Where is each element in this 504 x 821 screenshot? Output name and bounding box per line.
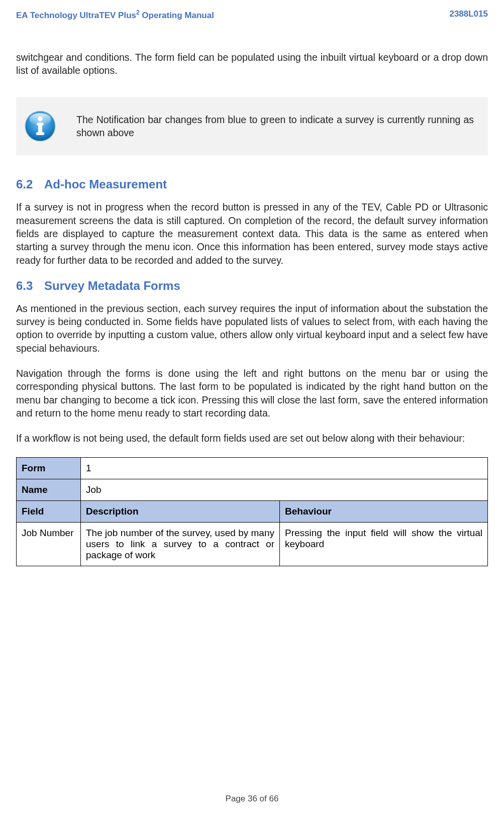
section-6-2-para: If a survey is not in progress when the … xyxy=(16,200,488,267)
header-title-suffix: Operating Manual xyxy=(140,11,214,20)
row-field: Job Number xyxy=(17,522,81,566)
header-title-sup: 2 xyxy=(136,9,140,16)
section-6-3-para2: Navigation through the forms is done usi… xyxy=(16,367,488,420)
section-6-2-heading: 6.2Ad-hoc Measurement xyxy=(16,177,488,191)
intro-paragraph: switchgear and conditions. The form fiel… xyxy=(16,51,488,77)
row-desc: The job number of the survey, used by ma… xyxy=(81,522,280,566)
section-6-2-number: 6.2 xyxy=(16,177,44,191)
table-row: Job Number The job number of the survey,… xyxy=(17,522,488,566)
svg-rect-5 xyxy=(36,133,44,135)
col-desc-header: Description xyxy=(81,500,280,522)
section-6-3-heading: 6.3Survey Metadata Forms xyxy=(16,279,488,293)
col-field-header: Field xyxy=(17,500,81,522)
svg-rect-4 xyxy=(38,123,42,134)
col-beh-header: Behaviour xyxy=(280,500,488,522)
form-label-cell: Form xyxy=(17,457,81,479)
name-value-cell: Job xyxy=(81,479,488,500)
page-footer: Page 36 of 66 xyxy=(0,794,504,804)
metadata-form-table: Form 1 Name Job Field Description Behavi… xyxy=(16,457,488,566)
info-icon xyxy=(22,108,58,144)
svg-point-2 xyxy=(38,117,43,122)
name-label-cell: Name xyxy=(17,479,81,500)
table-header-row: Field Description Behaviour xyxy=(17,500,488,522)
info-box-text: The Notification bar changes from blue t… xyxy=(76,113,477,140)
page-content: switchgear and conditions. The form fiel… xyxy=(0,27,504,566)
page-header: EA Technology UltraTEV Plus2 Operating M… xyxy=(0,0,504,27)
info-box: The Notification bar changes from blue t… xyxy=(16,97,488,155)
header-doc-number: 2388L015 xyxy=(449,9,488,21)
section-6-2-title: Ad-hoc Measurement xyxy=(44,177,167,191)
table-form-row: Form 1 xyxy=(17,457,488,479)
section-6-3-para3: If a workflow is not being used, the def… xyxy=(16,432,488,445)
table-name-row: Name Job xyxy=(17,479,488,500)
section-6-3-number: 6.3 xyxy=(16,279,44,293)
header-title-prefix: EA Technology UltraTEV Plus xyxy=(16,11,136,20)
section-6-3-para1: As mentioned in the previous section, ea… xyxy=(16,302,488,355)
form-value-cell: 1 xyxy=(81,457,488,479)
header-left: EA Technology UltraTEV Plus2 Operating M… xyxy=(16,9,214,21)
row-beh: Pressing the input field will show the v… xyxy=(280,522,488,566)
section-6-3-title: Survey Metadata Forms xyxy=(44,279,180,292)
